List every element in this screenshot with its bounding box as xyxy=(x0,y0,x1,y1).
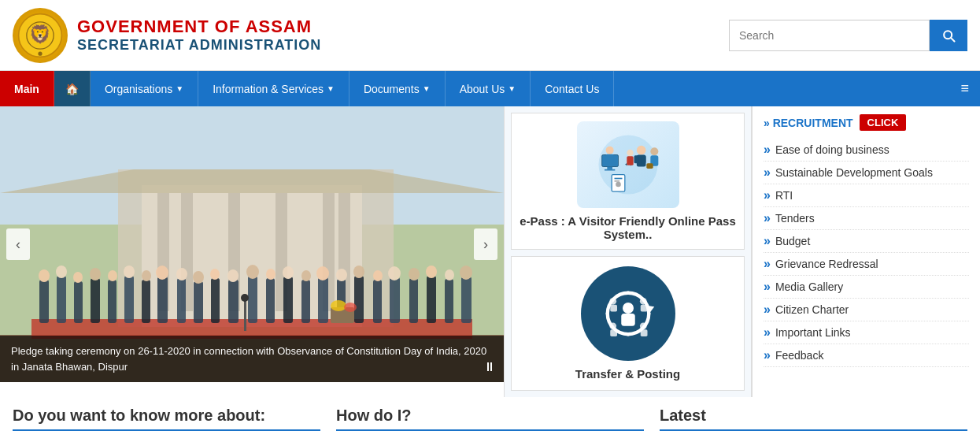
nav-item-information[interactable]: Information & Services ▼ xyxy=(198,71,349,106)
nav-item-about[interactable]: About Us ▼ xyxy=(446,71,531,106)
nav-bar: Main 🏠 Organisations ▼ Information & Ser… xyxy=(0,71,980,106)
epass-card[interactable]: ↔ xyxy=(511,113,745,250)
svg-point-71 xyxy=(344,303,357,312)
svg-point-58 xyxy=(388,266,401,280)
svg-rect-77 xyxy=(605,154,613,162)
slide-pause-button[interactable]: ⏸ xyxy=(483,360,496,374)
svg-point-86 xyxy=(627,150,633,156)
svg-rect-25 xyxy=(108,280,116,323)
nav-item-contact[interactable]: Contact Us xyxy=(531,71,614,106)
bullet-icon: » xyxy=(764,165,771,180)
svg-rect-100 xyxy=(610,329,617,336)
search-area xyxy=(729,20,967,51)
svg-rect-27 xyxy=(124,276,134,323)
svg-rect-67 xyxy=(244,299,246,331)
svg-point-42 xyxy=(246,265,259,279)
svg-rect-31 xyxy=(157,277,168,323)
svg-point-79 xyxy=(636,146,645,155)
svg-rect-19 xyxy=(57,276,66,323)
svg-text:🦁: 🦁 xyxy=(29,24,51,45)
svg-rect-65 xyxy=(461,277,472,323)
transfer-title: Transfer & Posting xyxy=(575,367,680,381)
logo-title: GOVERNMENT OF ASSAM xyxy=(77,17,321,37)
svg-rect-29 xyxy=(142,280,150,323)
nav-item-documents[interactable]: Documents ▼ xyxy=(349,71,446,106)
svg-rect-43 xyxy=(266,278,275,323)
transfer-icon xyxy=(581,266,675,361)
svg-rect-17 xyxy=(39,280,49,323)
svg-point-32 xyxy=(156,266,168,280)
nav-item-home[interactable]: 🏠 xyxy=(54,71,91,106)
sidebar-link-feedback[interactable]: » Feedback xyxy=(764,344,969,367)
svg-rect-75 xyxy=(605,169,615,171)
svg-point-101 xyxy=(639,322,646,329)
bottom-heading-2: How do I? xyxy=(336,407,644,431)
nav-item-main[interactable]: Main xyxy=(0,71,54,106)
svg-point-64 xyxy=(445,269,454,280)
svg-point-26 xyxy=(108,270,117,281)
svg-point-62 xyxy=(426,266,437,278)
sidebar-link-budget[interactable]: » Budget xyxy=(764,230,969,253)
epass-icon: ↔ xyxy=(577,121,679,208)
sidebar-link-tenders[interactable]: » Tenders xyxy=(764,207,969,230)
sidebar-link-media[interactable]: » Media Gallery xyxy=(764,276,969,299)
bullet-icon: » xyxy=(764,234,771,248)
svg-rect-57 xyxy=(390,277,400,323)
sidebar-link-sdg[interactable]: » Sustainable Development Goals xyxy=(764,162,969,184)
svg-point-54 xyxy=(353,266,364,278)
svg-rect-49 xyxy=(318,277,328,323)
bullet-icon: » xyxy=(764,188,771,202)
svg-point-28 xyxy=(124,266,135,278)
svg-point-60 xyxy=(409,268,420,280)
svg-point-36 xyxy=(193,271,204,284)
slide-caption: Pledge taking ceremony on 26-11-2020 in … xyxy=(0,336,504,382)
bottom-col-1: Do you want to know more about: xyxy=(13,407,320,439)
nav-more-button[interactable]: ≡ xyxy=(949,71,980,106)
svg-point-93 xyxy=(623,303,634,314)
svg-rect-89 xyxy=(614,178,622,180)
sidebar-link-citizen[interactable]: » Citizen Charter xyxy=(764,299,969,321)
recruitment-row: » RECRUITMENT CLICK xyxy=(764,114,969,131)
click-badge[interactable]: CLICK xyxy=(860,114,907,131)
svg-point-66 xyxy=(460,266,472,280)
content-row: ‹ › Pledge taking ceremony on 26-11-2020… xyxy=(0,106,980,397)
sidebar-link-rti[interactable]: » RTI xyxy=(764,184,969,207)
sidebar-link-important[interactable]: » Important Links xyxy=(764,321,969,344)
bullet-icon: » xyxy=(764,348,771,362)
svg-rect-47 xyxy=(301,280,310,323)
svg-rect-85 xyxy=(646,163,653,169)
svg-point-40 xyxy=(227,269,239,282)
svg-point-70 xyxy=(331,300,346,311)
slide-next-button[interactable]: › xyxy=(474,228,497,260)
svg-rect-81 xyxy=(634,155,638,163)
logo-emblem: 🦁 xyxy=(13,8,68,63)
svg-rect-87 xyxy=(627,156,633,165)
svg-point-97 xyxy=(639,298,646,305)
svg-point-34 xyxy=(176,268,187,280)
bullet-icon: » xyxy=(764,303,771,317)
bullet-icon: » xyxy=(764,257,771,271)
svg-point-44 xyxy=(266,269,276,280)
sidebar-link-ease[interactable]: » Ease of doing business xyxy=(764,139,969,162)
search-input[interactable] xyxy=(729,20,930,51)
search-icon xyxy=(941,28,956,43)
svg-rect-90 xyxy=(614,180,619,182)
svg-rect-37 xyxy=(211,278,220,323)
svg-rect-74 xyxy=(607,167,612,169)
chevron-down-icon: ▼ xyxy=(176,84,183,93)
transfer-card[interactable]: Transfer & Posting xyxy=(511,256,745,391)
search-button[interactable] xyxy=(930,20,967,51)
svg-point-99 xyxy=(609,322,616,329)
center-panel: ↔ xyxy=(504,106,752,397)
slide-prev-button[interactable]: ‹ xyxy=(6,228,30,260)
sidebar-link-grievance[interactable]: » Grievance Redressal xyxy=(764,253,969,276)
slideshow: ‹ › Pledge taking ceremony on 26-11-2020… xyxy=(0,106,504,382)
svg-rect-45 xyxy=(283,277,293,323)
svg-rect-96 xyxy=(610,305,617,312)
svg-rect-102 xyxy=(640,329,647,336)
recruitment-label[interactable]: » RECRUITMENT xyxy=(764,117,853,129)
svg-point-52 xyxy=(336,269,347,281)
nav-item-organisations[interactable]: Organisations ▼ xyxy=(91,71,198,106)
svg-point-56 xyxy=(373,270,383,281)
svg-rect-23 xyxy=(91,278,100,323)
